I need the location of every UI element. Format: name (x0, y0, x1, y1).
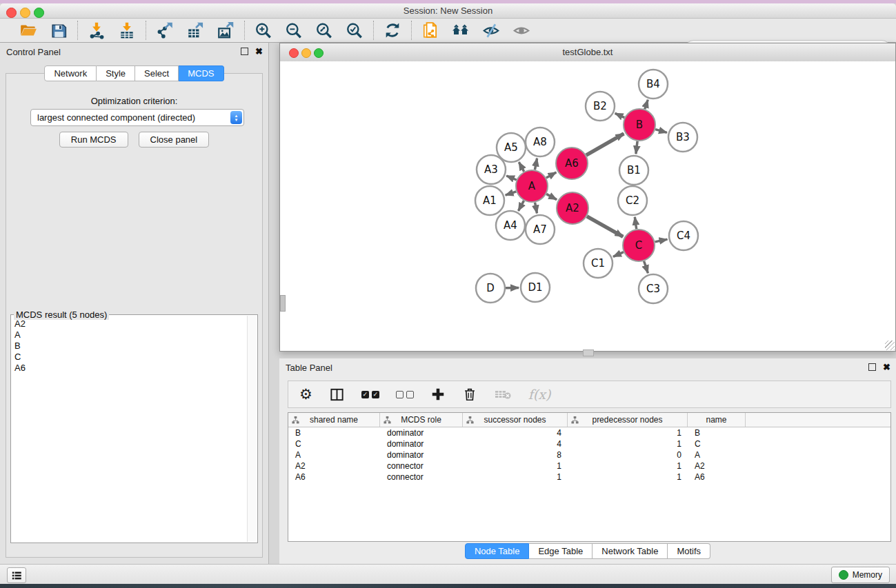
mcds-result-item[interactable]: A6 (12, 363, 246, 374)
zoom-in-icon[interactable] (255, 21, 272, 39)
edge-A-A8[interactable] (535, 159, 537, 170)
edge-B-B2[interactable] (615, 113, 625, 117)
graph-node-A6[interactable]: A6 (556, 148, 588, 179)
column-layout-icon[interactable] (329, 385, 345, 403)
tab-motifs[interactable]: Motifs (668, 543, 710, 559)
graph-node-A8[interactable]: A8 (526, 128, 555, 156)
edge-A-A7[interactable] (535, 203, 537, 214)
memory-button[interactable]: Memory (831, 567, 890, 583)
export-network-icon[interactable] (156, 21, 174, 39)
show-visual-properties-icon[interactable] (512, 21, 530, 39)
graph-node-C1[interactable]: C1 (584, 249, 613, 278)
close-panel-icon[interactable]: ✖ (883, 363, 890, 371)
graph-node-D[interactable]: D (476, 274, 505, 303)
graph-node-C3[interactable]: C3 (639, 274, 668, 303)
graph-node-A5[interactable]: A5 (497, 133, 526, 162)
first-neighbors-icon[interactable] (452, 21, 470, 39)
run-mcds-button[interactable]: Run MCDS (59, 132, 128, 148)
tab-node-table[interactable]: Node Table (465, 543, 530, 559)
float-panel-icon[interactable] (868, 363, 876, 371)
save-session-icon[interactable] (50, 21, 68, 39)
edge-B-B4[interactable] (645, 100, 648, 110)
tab-style[interactable]: Style (97, 65, 135, 81)
create-column-icon[interactable] (430, 385, 446, 403)
edge-C-C3[interactable] (644, 261, 648, 273)
close-panel-icon[interactable]: ✖ (255, 48, 263, 55)
zoom-fit-icon[interactable] (315, 21, 333, 39)
tab-edge-table[interactable]: Edge Table (529, 543, 593, 559)
table-row[interactable]: A2connector11A2 (288, 460, 890, 472)
import-network-icon[interactable] (88, 21, 106, 39)
left-splitter-handle[interactable] (280, 295, 286, 312)
column-header-predecessor-nodes[interactable]: predecessor nodes (568, 413, 688, 427)
delete-column-icon[interactable] (462, 385, 477, 403)
edge-A2-C[interactable] (587, 216, 623, 237)
graph-node-C2[interactable]: C2 (618, 186, 647, 215)
graph-node-B4[interactable]: B4 (639, 70, 668, 99)
edge-B-B1[interactable] (636, 141, 637, 154)
edge-C-C1[interactable] (613, 252, 624, 257)
edge-A-A3[interactable] (506, 176, 517, 180)
graph-node-B[interactable]: B (624, 109, 655, 141)
edge-C-C2[interactable] (635, 217, 636, 229)
show-panels-button[interactable] (7, 567, 26, 583)
edge-A-A1[interactable] (506, 192, 517, 195)
window-resize-grip[interactable] (885, 341, 895, 350)
close-panel-button[interactable]: Close panel (139, 132, 210, 148)
mcds-result-item[interactable]: B (12, 341, 246, 352)
criterion-dropdown[interactable]: largest connected component (directed) ▲… (30, 109, 244, 126)
function-builder-icon[interactable]: f(x) (528, 385, 551, 403)
mcds-result-list[interactable]: A2ABCA6 (12, 318, 246, 541)
table-row[interactable]: A6connector11A6 (288, 472, 890, 483)
import-table-icon[interactable] (118, 21, 136, 39)
network-window-titlebar[interactable]: testGlobe.txt (280, 43, 895, 62)
new-network-icon[interactable] (421, 21, 439, 39)
select-all-columns-icon[interactable]: ✓✓ (361, 385, 379, 403)
tab-select[interactable]: Select (135, 65, 179, 81)
mcds-result-item[interactable]: A2 (12, 318, 246, 330)
unselect-all-columns-icon[interactable] (396, 385, 414, 403)
edge-B-B3[interactable] (655, 130, 667, 133)
column-header-shared-name[interactable]: shared name (288, 413, 380, 427)
edge-C-C4[interactable] (655, 239, 668, 242)
table-row[interactable]: Cdominator41C (288, 438, 890, 449)
settings-gear-icon[interactable]: ⚙ (299, 385, 312, 403)
graph-node-B1[interactable]: B1 (619, 156, 648, 185)
refresh-icon[interactable] (384, 21, 401, 39)
graph-node-A[interactable]: A (516, 170, 548, 202)
mcds-result-item[interactable]: C (12, 352, 246, 363)
graph-node-B3[interactable]: B3 (668, 123, 697, 152)
edge-A-A4[interactable] (519, 201, 524, 211)
column-header-successor-nodes[interactable]: successor nodes (463, 413, 568, 427)
graph-node-B2[interactable]: B2 (586, 92, 615, 121)
graph-node-A2[interactable]: A2 (557, 192, 588, 224)
export-table-icon[interactable] (186, 21, 204, 39)
float-panel-icon[interactable] (241, 48, 248, 55)
export-image-icon[interactable] (217, 21, 235, 39)
zoom-out-icon[interactable] (285, 21, 303, 39)
zoom-selected-icon[interactable] (346, 21, 364, 39)
graph-node-C4[interactable]: C4 (669, 221, 698, 250)
tab-network-table[interactable]: Network Table (593, 543, 668, 559)
graph-node-A3[interactable]: A3 (477, 155, 506, 184)
edge-A6-B[interactable] (586, 134, 624, 155)
mcds-list-scrollbar[interactable] (247, 316, 257, 542)
graph-node-A4[interactable]: A4 (496, 211, 525, 240)
graph-node-C[interactable]: C (623, 230, 655, 261)
edge-A-A6[interactable] (546, 172, 557, 178)
graph-node-D1[interactable]: D1 (521, 273, 550, 302)
column-header-name[interactable]: name (688, 413, 746, 427)
horizontal-splitter-handle[interactable] (583, 349, 594, 356)
column-header-MCDS-role[interactable]: MCDS role (380, 413, 463, 427)
hide-visual-properties-icon[interactable] (482, 21, 500, 39)
edge-A-A5[interactable] (519, 162, 524, 172)
table-row[interactable]: Bdominator41B (288, 427, 890, 438)
table-row[interactable]: Adominator80A (288, 449, 890, 460)
graph-node-A7[interactable]: A7 (526, 215, 555, 244)
network-graph-canvas[interactable]: B4B2BB3A5A8A6B1A3AA1C2A2A4A7C4CC1C3DD1 (280, 61, 895, 351)
edge-A-A2[interactable] (546, 194, 557, 199)
mcds-result-item[interactable]: A (12, 330, 246, 341)
delete-table-icon[interactable] (494, 385, 512, 403)
tab-network[interactable]: Network (44, 65, 97, 81)
open-session-icon[interactable] (19, 21, 37, 39)
